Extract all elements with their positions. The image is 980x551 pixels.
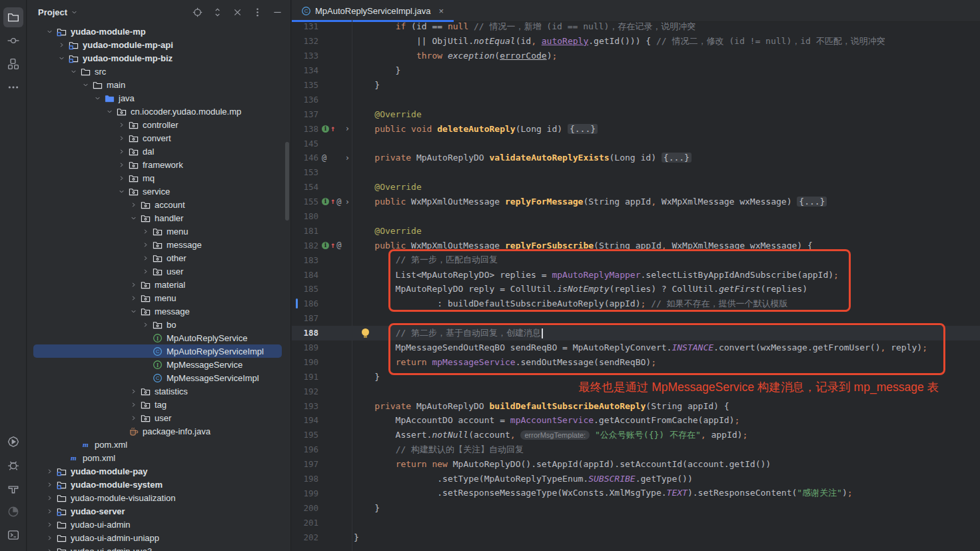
chevron-right-icon[interactable] [55, 39, 67, 51]
chevron-right-icon[interactable] [43, 505, 55, 517]
project-folder-icon[interactable] [3, 7, 23, 27]
chevron-down-icon[interactable] [79, 79, 91, 91]
tree-item-yudao-module-visualization[interactable]: yudao-module-visualization [27, 491, 290, 504]
code-line-199[interactable]: 199 .setResponseMessageType(WxConsts.Xml… [292, 486, 980, 501]
annotated-icon[interactable]: @ [336, 241, 341, 250]
code-line-198[interactable]: 198 .setType(MpAutoReplyTypeEnum.SUBSCRI… [292, 472, 980, 486]
structure-icon[interactable] [3, 54, 23, 74]
chevron-right-icon[interactable] [43, 545, 55, 551]
tree-item-mq[interactable]: mq [27, 171, 290, 185]
more-horizontal-icon[interactable] [3, 77, 23, 97]
debug-icon[interactable] [3, 455, 23, 475]
chevron-right-icon[interactable] [43, 532, 55, 544]
tree-item-menu[interactable]: menu [27, 225, 290, 238]
code-line-138[interactable]: 138i↑› public void deleteAutoReply(Long … [292, 121, 980, 136]
tree-item-message[interactable]: message [27, 238, 290, 251]
tree-item-user[interactable]: user [27, 265, 290, 278]
code-line-155[interactable]: 155i↑@› public WxMpXmlOutMessage replyFo… [292, 195, 980, 209]
tree-item-package-info-java[interactable]: package-info.java [27, 424, 290, 438]
chevron-down-icon[interactable] [115, 185, 127, 197]
tree-item-statistics[interactable]: statistics [27, 384, 290, 398]
tree-item-yudao-ui-admin-vue3[interactable]: yudao-ui-admin-vue3 [27, 544, 290, 551]
chevron-right-icon[interactable] [139, 318, 151, 330]
chevron-right-icon[interactable] [115, 145, 127, 157]
tree-item-material[interactable]: material [27, 278, 290, 291]
chevron-right-icon[interactable] [127, 292, 139, 304]
annotated-icon[interactable]: @ [336, 197, 341, 207]
profiler-icon[interactable] [3, 502, 23, 522]
tree-item-pom-xml[interactable]: mpom.xml [27, 451, 290, 464]
tree-item-mpmessageserviceimpl[interactable]: CMpMessageServiceImpl [27, 371, 290, 384]
code-line-132[interactable]: 132 || ObjUtil.notEqual(id, autoReply.ge… [292, 34, 980, 49]
code-line-197[interactable]: 197 return new MpAutoReplyDO().setAppId(… [292, 457, 980, 472]
chevron-right-icon[interactable] [115, 172, 127, 184]
code-line-187[interactable]: 187 [292, 311, 980, 326]
chevron-right-icon[interactable] [127, 412, 139, 424]
tree-item-mpmessageservice[interactable]: IMpMessageService [27, 358, 290, 371]
tree-item-src[interactable]: src [27, 65, 290, 78]
overrides-method-icon[interactable]: ↑ [330, 198, 335, 205]
code-line-188[interactable]: 188 // 第二步，基于自动回复，创建消息 [292, 326, 980, 340]
tree-item-yudao-module-system[interactable]: yudao-module-system [27, 478, 290, 491]
code-line-182[interactable]: 182i↑@ public WxMpXmlOutMessage replyFor… [292, 238, 980, 253]
code-line-131[interactable]: 131 if (id == null // 情况一，新增 (id == null… [292, 19, 980, 34]
code-line-189[interactable]: 189 MpMessageSendOutReqBO sendReqBO = Mp… [292, 340, 980, 355]
tree-item-main[interactable]: main [27, 78, 290, 91]
code-line-134[interactable]: 134 } [292, 63, 980, 78]
chevron-right-icon[interactable] [115, 119, 127, 131]
intention-bulb-icon[interactable] [362, 328, 369, 336]
code-line-195[interactable]: 195 Assert.notNull(account, errorMsgTemp… [292, 428, 980, 442]
chevron-right-icon[interactable] [115, 159, 127, 171]
chevron-right-icon[interactable] [127, 278, 139, 290]
chevron-down-icon[interactable] [55, 52, 67, 64]
annotated-icon[interactable]: @ [322, 153, 326, 163]
tree-item-other[interactable]: other [27, 251, 290, 265]
tree-item-controller[interactable]: controller [27, 118, 290, 131]
code-line-194[interactable]: 194 MpAccountDO account = mpAccountServi… [292, 413, 980, 428]
code-line-201[interactable]: 201 [292, 515, 980, 530]
chevron-right-icon[interactable] [127, 199, 139, 211]
chevron-down-icon[interactable] [91, 92, 103, 104]
hide-icon[interactable] [269, 4, 285, 20]
implementing-method-icon[interactable]: i [322, 198, 329, 205]
project-tree-scrollbar[interactable] [285, 142, 289, 221]
locate-icon[interactable] [189, 4, 205, 20]
terminal-icon[interactable] [3, 525, 23, 545]
tree-item-yudao-ui-admin-uniapp[interactable]: yudao-ui-admin-uniapp [27, 531, 290, 544]
project-panel-title[interactable]: Project [38, 7, 67, 17]
code-line-181[interactable]: 181 @Override [292, 223, 980, 238]
code-line-200[interactable]: 200 } [292, 500, 980, 515]
chevron-down-icon[interactable] [43, 25, 55, 37]
code-line-183[interactable]: 183 // 第一步，匹配自动回复 [292, 253, 980, 267]
overrides-method-icon[interactable]: ↑ [330, 242, 335, 249]
code-line-136[interactable]: 136 [292, 92, 980, 107]
chevron-right-icon[interactable] [139, 265, 151, 277]
code-line-186[interactable]: 186 : buildDefaultSubscribeAutoReply(app… [292, 296, 980, 311]
implementing-method-icon[interactable]: i [322, 125, 329, 133]
chevron-down-icon[interactable] [103, 105, 115, 117]
more-vertical-icon[interactable] [249, 4, 265, 20]
chevron-right-icon[interactable] [43, 518, 55, 530]
code-line-154[interactable]: 154 @Override [292, 180, 980, 195]
chevron-down-icon[interactable] [127, 305, 139, 317]
fold-expand-icon[interactable]: › [345, 153, 350, 163]
overrides-method-icon[interactable]: ↑ [330, 125, 335, 133]
expand-all-icon[interactable] [209, 4, 225, 20]
tree-item-yudao-server[interactable]: yudao-server [27, 504, 290, 518]
build-icon[interactable] [3, 478, 23, 498]
chevron-right-icon[interactable] [43, 492, 55, 504]
tree-item-dal[interactable]: dal [27, 145, 290, 158]
code-line-184[interactable]: 184 List<MpAutoReplyDO> replies = mpAuto… [292, 267, 980, 282]
code-line-190[interactable]: 190 return mpMessageService.sendOutMessa… [292, 354, 980, 369]
code-area[interactable]: 131 if (id == null // 情况一，新增 (id == null… [292, 19, 980, 551]
tree-item-framework[interactable]: framework [27, 158, 290, 171]
tree-item-user[interactable]: user [27, 411, 290, 424]
chevron-right-icon[interactable] [139, 225, 151, 237]
tree-item-java[interactable]: java [27, 91, 290, 105]
tree-item-mpautoreplyserviceimpl[interactable]: CMpAutoReplyServiceImpl [27, 344, 290, 358]
tree-item-pom-xml[interactable]: mpom.xml [27, 438, 290, 451]
tree-item-yudao-module-mp-api[interactable]: yudao-module-mp-api [27, 38, 290, 51]
chevron-down-icon[interactable] [67, 65, 79, 77]
tree-item-bo[interactable]: bo [27, 318, 290, 331]
code-line-180[interactable]: 180 [292, 209, 980, 224]
